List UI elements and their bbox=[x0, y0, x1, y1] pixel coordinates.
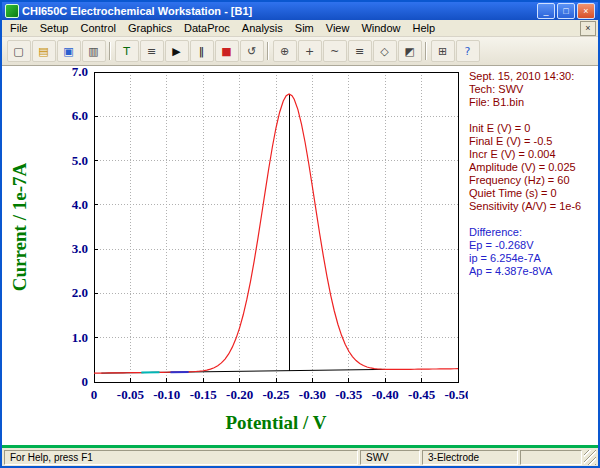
manual-result-button[interactable]: + bbox=[298, 40, 322, 62]
help-button[interactable]: ? bbox=[456, 40, 480, 62]
y-tick-label: 7.0 bbox=[72, 66, 88, 79]
zoom-in-button[interactable]: ⊕ bbox=[273, 40, 297, 62]
save-file-button[interactable]: ▣ bbox=[57, 40, 81, 62]
menu-item-graphics[interactable]: Graphics bbox=[122, 21, 178, 35]
info-line: ip = 6.254e-7A bbox=[469, 252, 597, 265]
menu-item-view[interactable]: View bbox=[320, 21, 356, 35]
resize-grip[interactable] bbox=[584, 450, 596, 465]
y-tick-label: 3.0 bbox=[72, 241, 88, 256]
menu-item-dataproc[interactable]: DataProc bbox=[178, 21, 236, 35]
pause-experiment-button[interactable]: ‖ bbox=[190, 40, 214, 62]
info-line: Sensitivity (A/V) = 1e-6 bbox=[469, 200, 597, 213]
info-line: Quiet Time (s) = 0 bbox=[469, 187, 597, 200]
app-icon bbox=[5, 4, 19, 18]
toolbar-separator bbox=[109, 42, 111, 60]
reverse-scan-button[interactable]: ↺ bbox=[240, 40, 264, 62]
graph-options-icon: ◩ bbox=[404, 46, 414, 57]
menu-item-window[interactable]: Window bbox=[355, 21, 406, 35]
info-line: Frequency (Hz) = 60 bbox=[469, 174, 597, 187]
y-tick-label: 4.0 bbox=[72, 197, 88, 212]
new-file-icon: ▢ bbox=[13, 46, 23, 57]
open-file-button[interactable]: ▤ bbox=[32, 40, 56, 62]
mdi-close-button[interactable]: × bbox=[580, 21, 596, 36]
results-header: Difference: bbox=[469, 226, 597, 239]
peak-definition-button[interactable]: ~ bbox=[323, 40, 347, 62]
info-header: Sept. 15, 2010 14:30:Tech: SWVFile: B1.b… bbox=[469, 70, 597, 109]
overlay-plot-button[interactable]: ◇ bbox=[373, 40, 397, 62]
info-line: Tech: SWV bbox=[469, 83, 597, 96]
menu-item-control[interactable]: Control bbox=[74, 21, 121, 35]
info-line: Incr E (V) = 0.004 bbox=[469, 148, 597, 161]
x-tick-label: -0.30 bbox=[299, 387, 326, 402]
info-line: Ap = 4.387e-8VA bbox=[469, 265, 597, 278]
menubar: FileSetupControlGraphicsDataProcAnalysis… bbox=[2, 20, 598, 37]
x-tick-label: -0.35 bbox=[335, 387, 363, 402]
menu-item-setup[interactable]: Setup bbox=[34, 21, 75, 35]
x-axis-title: Potential / V bbox=[226, 412, 327, 433]
copy-graph-icon: ⊞ bbox=[438, 46, 447, 57]
print-button[interactable]: ▥ bbox=[82, 40, 106, 62]
menu-items: FileSetupControlGraphicsDataProcAnalysis… bbox=[4, 21, 441, 35]
info-line: Init E (V) = 0 bbox=[469, 122, 597, 135]
minimize-button[interactable]: _ bbox=[537, 3, 555, 19]
x-tick-label: -0.05 bbox=[117, 387, 145, 402]
y-tick-label: 6.0 bbox=[72, 108, 88, 123]
info-panel: Sept. 15, 2010 14:30:Tech: SWVFile: B1.b… bbox=[469, 70, 597, 278]
titlebar[interactable]: CHI650C Electrochemical Workstation - [B… bbox=[2, 2, 598, 20]
overlay-plot-icon: ◇ bbox=[380, 46, 388, 57]
y-axis-title: Current / 1e-7A bbox=[9, 163, 30, 292]
copy-graph-button[interactable]: ⊞ bbox=[431, 40, 455, 62]
menu-item-file[interactable]: File bbox=[4, 21, 34, 35]
parameters-button[interactable]: ≡ bbox=[140, 40, 164, 62]
info-line: File: B1.bin bbox=[469, 96, 597, 109]
peak-definition-icon: ~ bbox=[330, 46, 339, 57]
menu-item-analysis[interactable]: Analysis bbox=[236, 21, 289, 35]
reverse-scan-icon: ↺ bbox=[247, 46, 256, 57]
help-icon: ? bbox=[465, 46, 471, 57]
menu-item-sim[interactable]: Sim bbox=[289, 21, 320, 35]
pause-experiment-icon: ‖ bbox=[199, 46, 205, 57]
info-params: Init E (V) = 0Final E (V) = -0.5Incr E (… bbox=[469, 122, 597, 213]
info-results: Difference: Ep = -0.268Vip = 6.254e-7AAp… bbox=[469, 226, 597, 278]
status-electrode: 3-Electrode bbox=[422, 450, 518, 465]
statusbar: For Help, press F1 SWV 3-Electrode bbox=[2, 448, 598, 466]
run-experiment-button[interactable]: ▶ bbox=[165, 40, 189, 62]
y-tick-label: 0 bbox=[82, 374, 89, 389]
client-area: 0-0.05-0.10-0.15-0.20-0.25-0.30-0.35-0.4… bbox=[2, 66, 598, 445]
close-button[interactable]: × bbox=[577, 3, 595, 19]
x-tick-label: -0.50 bbox=[444, 387, 468, 402]
x-tick-label: -0.45 bbox=[408, 387, 436, 402]
print-icon: ▥ bbox=[88, 46, 98, 57]
plot-frame bbox=[94, 72, 458, 382]
app-window: CHI650C Electrochemical Workstation - [B… bbox=[0, 0, 600, 468]
x-tick-label: -0.10 bbox=[153, 387, 180, 402]
x-tick-label: -0.40 bbox=[372, 387, 399, 402]
toolbar-separator bbox=[425, 42, 427, 60]
window-title: CHI650C Electrochemical Workstation - [B… bbox=[22, 5, 534, 17]
y-tick-label: 2.0 bbox=[72, 285, 88, 300]
x-tick-label: -0.20 bbox=[226, 387, 253, 402]
run-experiment-icon: ▶ bbox=[172, 46, 180, 57]
info-line: Sept. 15, 2010 14:30: bbox=[469, 70, 597, 83]
x-tick-label: 0 bbox=[91, 387, 98, 402]
window-buttons: _ □ × bbox=[537, 3, 595, 19]
menu-item-help[interactable]: Help bbox=[407, 21, 442, 35]
data-listing-button[interactable]: ≡ bbox=[348, 40, 372, 62]
y-tick-label: 1.0 bbox=[72, 330, 88, 345]
new-file-button[interactable]: ▢ bbox=[7, 40, 31, 62]
info-line: Final E (V) = -0.5 bbox=[469, 135, 597, 148]
stop-experiment-button[interactable]: ■ bbox=[215, 40, 239, 62]
graph-options-button[interactable]: ◩ bbox=[398, 40, 422, 62]
technique-button[interactable]: T bbox=[115, 40, 139, 62]
swv-plot: 0-0.05-0.10-0.15-0.20-0.25-0.30-0.35-0.4… bbox=[2, 66, 468, 445]
status-technique: SWV bbox=[360, 450, 420, 465]
restore-button[interactable]: □ bbox=[557, 3, 575, 19]
data-listing-icon: ≡ bbox=[355, 46, 364, 57]
x-tick-label: -0.25 bbox=[262, 387, 290, 402]
open-file-icon: ▤ bbox=[38, 46, 48, 57]
toolbar-separator bbox=[267, 42, 269, 60]
zoom-in-icon: ⊕ bbox=[280, 46, 289, 57]
save-file-icon: ▣ bbox=[63, 46, 73, 57]
info-line: Amplitude (V) = 0.025 bbox=[469, 161, 597, 174]
x-tick-label: -0.15 bbox=[190, 387, 218, 402]
